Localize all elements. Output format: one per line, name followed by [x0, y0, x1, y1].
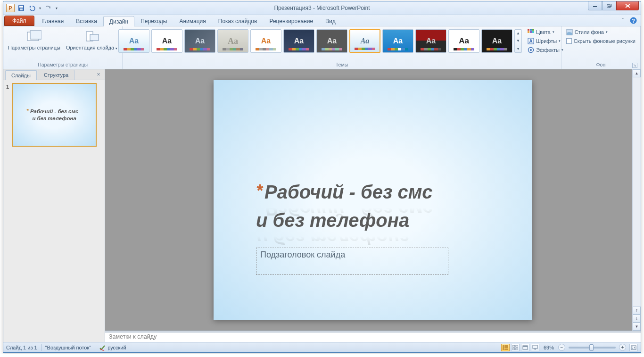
theme-tile-12[interactable]: Aa — [481, 29, 512, 53]
minimize-button[interactable] — [588, 1, 602, 10]
slides-tab[interactable]: Слайды — [5, 70, 37, 80]
undo-icon — [28, 5, 36, 11]
tab-design[interactable]: Дизайн — [103, 16, 134, 26]
bg-dialog-launcher[interactable]: ↘ — [632, 63, 637, 68]
zoom-slider[interactable] — [569, 347, 616, 349]
theme-tile-10[interactable]: Aa — [415, 29, 446, 53]
slides-list[interactable]: 1 *Рабочий - без смси без телефона — [3, 80, 105, 342]
maximize-button[interactable] — [602, 1, 616, 10]
tab-transitions[interactable]: Переходы — [134, 16, 173, 26]
themes-gallery: Aa Aa Aa Aa Aa Aa Aa Aa Aa Aa Aa Aa ▲ ▼ … — [118, 28, 565, 54]
reading-view-button[interactable] — [521, 344, 529, 351]
theme-tile-4[interactable]: Aa — [217, 29, 248, 53]
theme-tile-2[interactable]: Aa — [151, 29, 182, 53]
sorter-view-button[interactable] — [511, 344, 520, 351]
page-setup-icon — [26, 30, 41, 43]
thumb-number: 1 — [6, 83, 9, 147]
qat-customize[interactable]: ▼ — [54, 3, 59, 13]
svg-rect-33 — [631, 346, 636, 349]
status-separator — [41, 344, 41, 351]
next-slide-button[interactable]: ⭳ — [633, 315, 641, 323]
slide-canvas[interactable]: *Рабочий - без смс *Рабочий - без смс и … — [214, 80, 532, 320]
theme-tile-1[interactable]: Aa — [118, 29, 149, 53]
hide-bg-checkbox[interactable]: Скрыть фоновые рисунки — [564, 37, 637, 45]
maximize-icon — [607, 4, 611, 8]
tab-view[interactable]: Вид — [319, 16, 342, 26]
save-button[interactable] — [16, 3, 26, 13]
subtitle-placeholder[interactable]: Подзаголовок слайда — [256, 248, 448, 275]
fonts-icon: A — [528, 38, 534, 44]
svg-rect-24 — [504, 345, 508, 349]
status-separator — [95, 344, 95, 351]
slide-thumb-row: 1 *Рабочий - без смси без телефона — [6, 83, 102, 147]
vertical-scrollbar[interactable]: ▲ ⭱ ⭳ ▼ — [632, 69, 641, 331]
status-slide-count[interactable]: Слайд 1 из 1 — [6, 345, 37, 350]
page-setup-button[interactable]: Параметры страницы — [6, 28, 62, 51]
effects-button[interactable]: Эффекты ▾ — [526, 46, 565, 54]
slideshow-view-icon — [532, 345, 538, 350]
close-button[interactable] — [616, 1, 639, 10]
normal-view-icon — [503, 345, 508, 350]
fonts-button[interactable]: AШрифты ▾ — [526, 37, 565, 45]
status-language[interactable]: русский — [107, 345, 126, 350]
help-icon: ? — [630, 17, 637, 24]
effects-label: Эффекты — [536, 47, 560, 53]
themes-gallery-more[interactable]: ▲ ▼ ▾ — [514, 29, 522, 53]
slideshow-view-button[interactable] — [531, 344, 539, 351]
normal-view-button[interactable] — [501, 344, 510, 351]
app-icon[interactable]: P — [5, 3, 16, 13]
outline-tab[interactable]: Структура — [38, 70, 74, 80]
scroll-down-button[interactable]: ▼ — [633, 323, 641, 331]
slide-title[interactable]: *Рабочий - без смс *Рабочий - без смс и … — [256, 182, 433, 247]
svg-rect-27 — [516, 345, 518, 347]
zoom-out-button[interactable]: − — [558, 344, 565, 351]
zoom-in-button[interactable]: + — [619, 344, 626, 351]
window-controls — [588, 1, 639, 10]
tab-file[interactable]: Файл — [4, 16, 34, 26]
theme-tile-3[interactable]: Aa — [184, 29, 215, 53]
ribbon-tabs: Файл Главная Вставка Дизайн Переходы Ани… — [3, 15, 641, 26]
orientation-label: Ориентация слайда ▾ — [66, 45, 117, 50]
notes-placeholder: Заметки к слайду — [109, 333, 157, 340]
status-theme[interactable]: "Воздушный поток" — [45, 345, 91, 350]
slide-thumbnail-1[interactable]: *Рабочий - без смси без телефона — [12, 83, 97, 147]
colors-button[interactable]: Цвета ▾ — [526, 28, 565, 36]
bg-styles-icon — [566, 29, 573, 35]
notes-pane[interactable]: Заметки к слайду — [105, 332, 641, 342]
redo-icon — [45, 5, 51, 11]
help-button[interactable]: ? — [629, 17, 637, 24]
tab-slideshow[interactable]: Показ слайдов — [212, 16, 264, 26]
scroll-up-button[interactable]: ▲ — [633, 69, 641, 77]
app-window: P ▼ ▼ Презентация3 - Microsoft PowerPoin… — [3, 1, 641, 353]
tab-home[interactable]: Главная — [36, 16, 70, 26]
orientation-button[interactable]: Ориентация слайда ▾ — [64, 28, 119, 51]
tab-insert[interactable]: Вставка — [70, 16, 103, 26]
main-area: Слайды Структура × 1 *Рабочий - без смси… — [3, 69, 641, 342]
theme-tile-11[interactable]: Aa — [448, 29, 479, 53]
minimize-icon — [593, 4, 597, 8]
theme-tile-8[interactable]: Aa — [349, 29, 380, 53]
close-pane-button[interactable]: × — [95, 71, 102, 78]
sorter-view-icon — [512, 345, 518, 350]
svg-point-21 — [530, 49, 532, 51]
undo-dropdown[interactable]: ▼ — [38, 3, 42, 13]
prev-slide-button[interactable]: ⭱ — [633, 307, 641, 315]
zoom-level[interactable]: 69% — [544, 345, 554, 350]
theme-tile-5[interactable]: Aa — [250, 29, 281, 53]
tab-animation[interactable]: Анимация — [173, 16, 212, 26]
group-bg-label: Фон↘ — [564, 61, 637, 68]
tab-review[interactable]: Рецензирование — [263, 16, 319, 26]
theme-tile-7[interactable]: Aa — [316, 29, 347, 53]
redo-button[interactable] — [43, 3, 53, 13]
spellcheck-icon[interactable] — [99, 344, 106, 351]
theme-tile-9[interactable]: Aa — [382, 29, 413, 53]
svg-rect-17 — [532, 31, 534, 33]
svg-text:A: A — [529, 39, 532, 44]
undo-button[interactable] — [27, 3, 37, 13]
zoom-thumb[interactable] — [589, 344, 594, 351]
theme-tile-6[interactable]: Aa — [283, 29, 314, 53]
bg-styles-button[interactable]: Стили фона ▾ — [564, 28, 610, 36]
minimize-ribbon-button[interactable]: ˆ — [619, 17, 627, 24]
scroll-track[interactable] — [633, 77, 641, 307]
fit-window-button[interactable] — [629, 344, 638, 351]
